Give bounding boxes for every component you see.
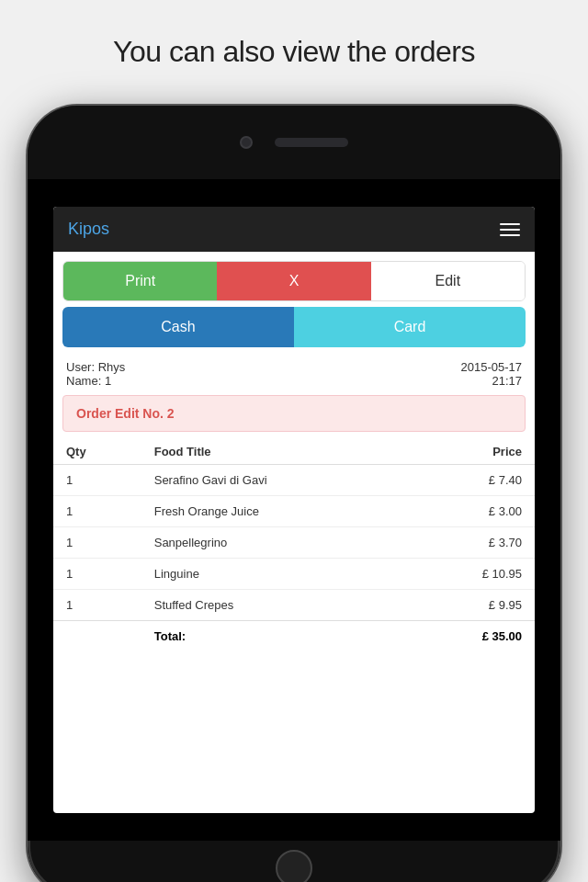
- order-meta-right: 2015-05-17 21:17: [461, 360, 523, 388]
- row-qty: 1: [53, 527, 141, 559]
- table-row: 1 Stuffed Crepes £ 9.95: [53, 590, 535, 621]
- food-title-header: Food Title: [141, 439, 409, 465]
- order-time: 21:17: [492, 374, 522, 388]
- phone-screen: Kipos Print X Edit Cash Card: [28, 179, 560, 841]
- order-meta-left: User: Rhys Name: 1: [66, 360, 125, 388]
- phone-top-bar: [28, 106, 560, 179]
- price-header: Price: [408, 439, 535, 465]
- user-label: User: Rhys: [66, 360, 125, 374]
- row-qty: 1: [53, 559, 141, 590]
- app-content: Kipos Print X Edit Cash Card: [53, 207, 535, 813]
- row-price: £ 10.95: [408, 559, 535, 590]
- card-button[interactable]: Card: [294, 307, 526, 347]
- row-price: £ 3.70: [408, 527, 535, 559]
- row-food: Sanpellegrino: [141, 527, 409, 559]
- row-price: £ 9.95: [408, 590, 535, 621]
- camera-icon: [240, 136, 253, 149]
- table-row: 1 Serafino Gavi di Gavi £ 7.40: [53, 465, 535, 496]
- app-brand: Kipos: [68, 220, 109, 239]
- qty-header: Qty: [53, 439, 141, 465]
- row-price: £ 7.40: [408, 465, 535, 496]
- nav-bar: Kipos: [53, 207, 535, 252]
- row-qty: 1: [53, 590, 141, 621]
- payment-toggle-row: Cash Card: [62, 307, 526, 347]
- order-edit-banner: Order Edit No. 2: [62, 395, 526, 432]
- edit-button[interactable]: Edit: [371, 262, 525, 300]
- close-button[interactable]: X: [217, 262, 370, 300]
- action-button-row: Print X Edit: [62, 261, 526, 301]
- hamburger-line: [500, 229, 520, 231]
- page-heading: You can also view the orders: [0, 0, 588, 87]
- total-label-cell: [53, 621, 141, 652]
- hamburger-menu-button[interactable]: [500, 223, 520, 236]
- table-row: 1 Fresh Orange Juice £ 3.00: [53, 496, 535, 527]
- order-date: 2015-05-17: [461, 360, 523, 374]
- hamburger-line: [500, 223, 520, 225]
- print-button[interactable]: Print: [63, 262, 217, 300]
- total-label: Total:: [141, 621, 409, 652]
- row-price: £ 3.00: [408, 496, 535, 527]
- hamburger-line: [500, 234, 520, 236]
- order-edit-text: Order Edit No. 2: [76, 406, 175, 421]
- cash-button[interactable]: Cash: [62, 307, 294, 347]
- total-price: £ 35.00: [408, 621, 535, 652]
- order-table: Qty Food Title Price 1 Serafino Gavi di …: [53, 439, 535, 651]
- row-qty: 1: [53, 496, 141, 527]
- row-food: Stuffed Crepes: [141, 590, 409, 621]
- speaker-icon: [275, 138, 348, 147]
- name-label: Name: 1: [66, 374, 125, 388]
- order-meta: User: Rhys Name: 1 2015-05-17 21:17: [53, 355, 535, 391]
- phone-frame: Kipos Print X Edit Cash Card: [28, 106, 560, 882]
- row-food: Linguine: [141, 559, 409, 590]
- table-row: 1 Linguine £ 10.95: [53, 559, 535, 590]
- total-row: Total: £ 35.00: [53, 621, 535, 652]
- row-food: Fresh Orange Juice: [141, 496, 409, 527]
- row-qty: 1: [53, 465, 141, 496]
- table-header-row: Qty Food Title Price: [53, 439, 535, 465]
- table-row: 1 Sanpellegrino £ 3.70: [53, 527, 535, 559]
- row-food: Serafino Gavi di Gavi: [141, 465, 409, 496]
